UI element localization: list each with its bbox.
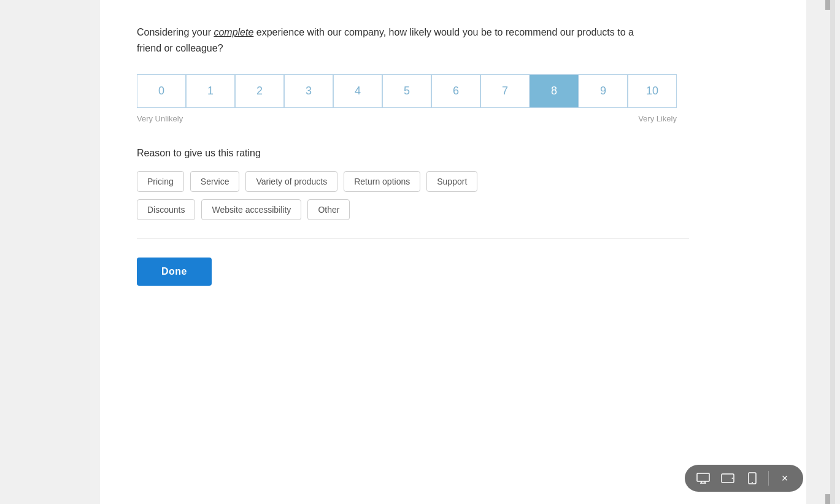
tag-discounts[interactable]: Discounts — [137, 199, 195, 220]
rating-btn-7[interactable]: 7 — [480, 74, 530, 108]
rating-btn-2[interactable]: 2 — [235, 74, 284, 108]
toolbar-tablet-landscape-icon[interactable] — [719, 470, 736, 487]
rating-btn-6[interactable]: 6 — [431, 74, 480, 108]
bottom-toolbar: × — [685, 465, 803, 492]
tag-support[interactable]: Support — [426, 171, 477, 192]
svg-rect-0 — [697, 473, 709, 481]
rating-btn-0[interactable]: 0 — [137, 74, 186, 108]
rating-labels: Very Unlikely Very Likely — [137, 114, 677, 123]
left-sidebar — [0, 0, 100, 504]
rating-btn-4[interactable]: 4 — [333, 74, 382, 108]
rating-label-left: Very Unlikely — [137, 114, 183, 123]
tags-row-2: Discounts Website accessibility Other — [137, 199, 769, 220]
rating-scale: 0 1 2 3 4 5 6 7 8 9 10 — [137, 74, 769, 108]
done-button[interactable]: Done — [137, 258, 212, 286]
question-prefix: Considering your — [137, 27, 214, 37]
tags-row-1: Pricing Service Variety of products Retu… — [137, 171, 769, 192]
rating-label-right: Very Likely — [638, 114, 677, 123]
scrollbar-thumb-bottom[interactable] — [825, 494, 830, 504]
close-button[interactable]: × — [776, 470, 793, 487]
tag-pricing[interactable]: Pricing — [137, 171, 184, 192]
tag-other[interactable]: Other — [307, 199, 350, 220]
scrollbar-thumb-top[interactable] — [825, 0, 830, 10]
toolbar-divider — [768, 471, 769, 486]
tag-variety[interactable]: Variety of products — [245, 171, 337, 192]
question-emphasis: complete — [214, 27, 253, 37]
svg-point-7 — [752, 482, 753, 483]
rating-btn-1[interactable]: 1 — [186, 74, 235, 108]
main-content: Considering your complete experience wit… — [100, 0, 806, 504]
tag-website-accessibility[interactable]: Website accessibility — [201, 199, 301, 220]
tag-service[interactable]: Service — [190, 171, 240, 192]
question-text: Considering your complete experience wit… — [137, 25, 658, 56]
scrollbar-track — [830, 0, 835, 504]
right-sidebar — [806, 0, 840, 504]
tag-return-options[interactable]: Return options — [344, 171, 420, 192]
rating-btn-5[interactable]: 5 — [382, 74, 431, 108]
svg-point-5 — [732, 478, 733, 479]
rating-btn-9[interactable]: 9 — [579, 74, 628, 108]
reasons-section-title: Reason to give us this rating — [137, 148, 769, 159]
rating-btn-8[interactable]: 8 — [530, 74, 579, 108]
rating-btn-10[interactable]: 10 — [628, 74, 677, 108]
toolbar-desktop-icon[interactable] — [695, 470, 712, 487]
rating-btn-3[interactable]: 3 — [284, 74, 333, 108]
section-divider — [137, 239, 689, 239]
toolbar-tablet-portrait-icon[interactable] — [744, 470, 761, 487]
